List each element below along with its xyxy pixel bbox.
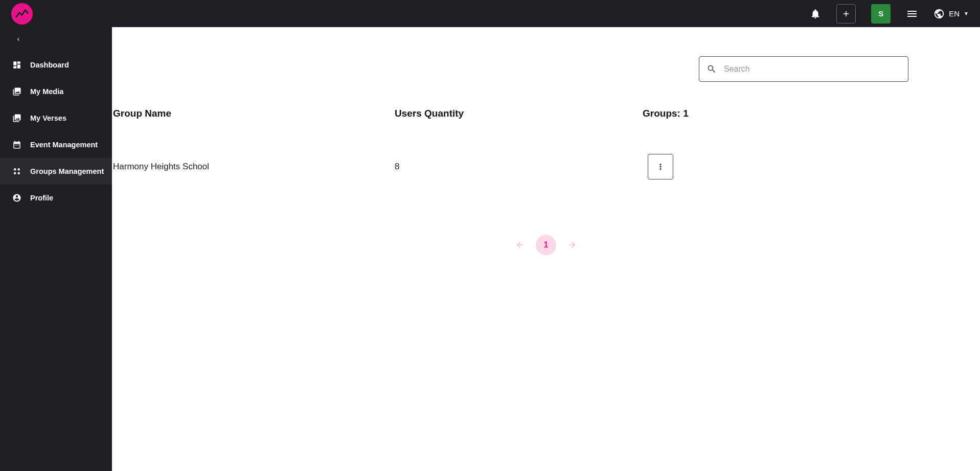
sidebar-item-label: Groups Management [30,167,104,175]
sidebar-item-my-verses[interactable]: My Verses [0,105,112,131]
row-actions-button[interactable] [648,154,673,180]
cell-group-name: Harmony Heights School [112,162,395,172]
search-input[interactable] [724,64,901,74]
pagination-next[interactable] [567,240,577,250]
sidebar-item-event-management[interactable]: Event Management [0,131,112,158]
verses-icon [12,114,22,123]
media-icon [12,87,22,96]
logo-chart-icon [14,6,30,21]
language-selector[interactable]: EN ▼ [933,8,969,19]
column-header-group-name: Group Name [112,108,395,119]
profile-icon [12,193,22,203]
svg-point-0 [14,168,16,171]
search-icon [706,64,717,74]
svg-point-3 [18,172,20,175]
cell-users-quantity: 8 [395,162,637,172]
pagination-prev[interactable] [515,240,525,250]
svg-point-2 [14,172,16,175]
sidebar-item-label: Profile [30,194,53,202]
app-logo[interactable] [11,3,33,25]
chevron-left-icon [15,36,21,42]
calendar-icon [12,140,22,149]
app-header: S EN ▼ [0,0,980,27]
pagination: 1 [112,235,980,255]
add-button[interactable] [836,4,856,24]
sidebar-item-dashboard[interactable]: Dashboard [0,52,112,78]
notifications-button[interactable] [810,8,821,19]
sidebar-collapse-button[interactable] [0,34,112,44]
groups-count-label: Groups: 1 [643,108,980,119]
language-label: EN [949,9,960,18]
pagination-page-1[interactable]: 1 [536,235,556,255]
main-content: Group Name Users Quantity Groups: 1 Harm… [112,27,980,471]
arrow-left-icon [515,240,525,250]
arrow-right-icon [567,240,577,250]
sidebar-item-label: My Verses [30,114,66,122]
hamburger-icon [906,8,918,20]
sidebar-item-label: Event Management [30,141,98,149]
sidebar-item-groups-management[interactable]: Groups Management [0,158,112,185]
bell-icon [810,8,821,19]
svg-point-1 [18,168,20,171]
sidebar: Dashboard My Media My Verses Event Manag… [0,27,112,471]
sidebar-item-profile[interactable]: Profile [0,185,112,211]
avatar-letter: S [878,9,883,18]
column-header-users-quantity: Users Quantity [395,108,643,119]
sidebar-item-my-media[interactable]: My Media [0,78,112,105]
table-header-row: Group Name Users Quantity Groups: 1 [112,108,980,119]
chevron-down-icon: ▼ [964,11,969,16]
dashboard-icon [12,60,22,70]
sidebar-item-label: My Media [30,87,63,96]
sidebar-item-label: Dashboard [30,61,69,69]
menu-button[interactable] [906,8,918,20]
groups-icon [12,167,22,176]
plus-icon [841,9,851,18]
table-row: Harmony Heights School 8 [112,154,980,180]
search-box[interactable] [699,56,908,82]
user-avatar[interactable]: S [871,4,891,24]
globe-icon [933,8,945,19]
page-number-label: 1 [544,240,549,250]
more-vertical-icon [656,162,665,171]
